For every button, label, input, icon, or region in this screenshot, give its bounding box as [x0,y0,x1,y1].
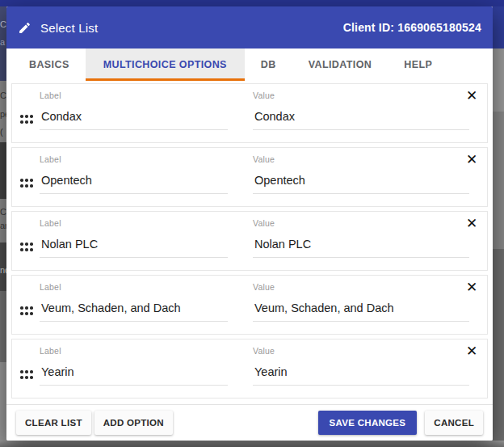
option-value-input[interactable] [253,172,469,194]
remove-option-button[interactable]: ✕ [463,151,481,169]
drag-handle-icon[interactable] [20,179,33,188]
option-label-input[interactable] [40,236,228,258]
dialog-header: Select List Client ID: 1669065180524 [6,6,493,48]
client-id-text: Client ID: 1669065180524 [343,21,481,34]
backdrop-text-fragment: ( [0,127,3,137]
backdrop-top-strip [0,0,504,6]
value-caption: Value [253,282,469,292]
tab-basics[interactable]: BASICS [13,48,86,81]
option-label-input[interactable] [40,172,228,194]
backdrop-text-fragment: an [0,221,6,230]
option-value-input[interactable] [253,364,469,386]
option-value-input[interactable] [253,108,469,130]
close-icon: ✕ [466,344,477,359]
drag-handle-icon[interactable] [20,370,33,379]
label-caption: Label [40,91,228,100]
close-icon: ✕ [466,152,477,167]
backdrop-left-strip: Co a Co pe ( Co an nd [0,6,6,447]
label-caption: Label [40,346,228,356]
value-caption: Value [253,91,469,100]
label-caption: Label [40,154,228,164]
cancel-button[interactable]: CANCEL [425,411,483,435]
edit-pencil-icon [18,21,32,35]
backdrop-text-fragment: nd [0,265,6,275]
tab-multichoice-options[interactable]: MULTICHOICE OPTIONS [86,48,245,81]
value-caption: Value [253,154,469,164]
remove-option-button[interactable]: ✕ [463,279,481,297]
option-row: Label Value ✕ [11,211,488,271]
option-row: Label Value ✕ [11,339,488,399]
remove-option-button[interactable]: ✕ [463,215,481,233]
remove-option-button[interactable]: ✕ [463,87,481,105]
label-caption: Label [40,282,228,292]
dialog-footer: CLEAR LIST ADD OPTION SAVE CHANGES CANCE… [6,404,493,441]
options-list: Label Value ✕ Label Value [6,81,493,404]
tab-db[interactable]: DB [245,48,292,81]
close-icon: ✕ [466,88,477,103]
save-changes-button[interactable]: SAVE CHANGES [318,411,418,435]
option-label-input[interactable] [40,300,228,322]
value-caption: Value [253,346,469,356]
tab-bar: BASICS MULTICHOICE OPTIONS DB VALIDATION… [6,48,493,81]
drag-handle-icon[interactable] [20,115,33,124]
close-icon: ✕ [466,280,477,295]
option-label-input[interactable] [40,364,228,386]
option-value-input[interactable] [253,300,469,322]
label-caption: Label [40,218,228,228]
backdrop-text-fragment: pe [0,109,6,119]
option-row: Label Value ✕ [11,83,488,143]
value-caption: Value [253,218,469,228]
option-row: Label Value ✕ [11,147,488,207]
backdrop-text-fragment: Co [0,91,6,100]
dialog-title: Select List [40,21,98,35]
clear-list-button[interactable]: CLEAR LIST [16,411,91,435]
option-row: Label Value ✕ [11,275,488,335]
tab-help[interactable]: HELP [388,48,448,81]
remove-option-button[interactable]: ✕ [463,343,481,361]
backdrop-text-fragment: a [0,37,5,47]
close-icon: ✕ [466,216,477,231]
add-option-button[interactable]: ADD OPTION [94,411,173,435]
backdrop-bottom-strip [0,441,504,447]
backdrop-text-fragment: Co [0,207,6,217]
backdrop-right-strip [493,6,504,447]
tab-validation[interactable]: VALIDATION [292,48,388,81]
drag-handle-icon[interactable] [20,306,33,315]
backdrop-text-fragment: Co [0,19,6,29]
option-value-input[interactable] [253,236,469,258]
drag-handle-icon[interactable] [20,242,33,251]
select-list-dialog: Select List Client ID: 1669065180524 BAS… [6,6,493,441]
option-label-input[interactable] [40,108,228,130]
